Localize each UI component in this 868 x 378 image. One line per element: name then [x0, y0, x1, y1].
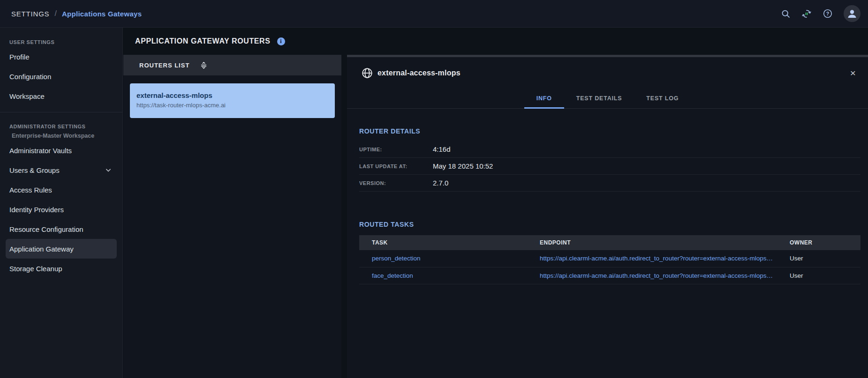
user-settings-section-label: USER SETTINGS [0, 37, 122, 47]
router-list-item-selected[interactable]: external-access-mlops https://task-route… [130, 83, 335, 118]
breadcrumb-separator: / [54, 9, 56, 18]
sidebar-item-identity-providers[interactable]: Identity Providers [0, 200, 122, 219]
close-icon[interactable]: × [850, 68, 856, 78]
last-update-value: May 18 2025 10:52 [433, 162, 493, 170]
admin-workspace-label: Enterprise-Master Workspace [0, 131, 122, 141]
detail-row-uptime: UPTIME: 4:16d [359, 141, 860, 158]
last-update-label: LAST UPDATE AT: [359, 163, 433, 169]
detail-tabs: INFO TEST DETAILS TEST LOG [347, 89, 868, 109]
filter-icon[interactable] [200, 61, 208, 69]
column-task: TASK [359, 235, 540, 250]
endpoint-link[interactable]: https://api.clearml-acme.ai/auth.redirec… [540, 272, 773, 279]
owner-cell: User [790, 255, 803, 262]
routed-task-row: face_detection https://api.clearml-acme.… [359, 267, 860, 284]
column-endpoint: ENDPOINT [540, 235, 790, 250]
sidebar-item-resource-configuration[interactable]: Resource Configuration [0, 219, 122, 239]
routed-task-row: person_detection https://api.clearml-acm… [359, 250, 860, 267]
main-header: APPLICATION GATEWAY ROUTERS i [123, 28, 868, 55]
sidebar-item-administrator-vaults[interactable]: Administrator Vaults [0, 141, 122, 160]
router-detail-panel: external-access-mlops × INFO TEST DETAIL… [347, 55, 868, 378]
tab-test-details[interactable]: TEST DETAILS [564, 89, 634, 108]
sidebar-item-storage-cleanup[interactable]: Storage Cleanup [0, 259, 122, 278]
help-icon[interactable]: ? [823, 8, 833, 19]
task-link[interactable]: face_detection [372, 272, 413, 279]
sidebar-item-label: Users & Groups [9, 166, 60, 174]
svg-text:?: ? [826, 11, 829, 16]
search-icon[interactable] [780, 8, 791, 19]
version-label: VERSION: [359, 180, 433, 186]
user-avatar[interactable] [844, 5, 860, 22]
table-header-row: TASK ENDPOINT OWNER [359, 235, 860, 250]
sidebar-item-workspace[interactable]: Workspace [0, 86, 122, 106]
task-link[interactable]: person_detection [372, 255, 421, 262]
sidebar-item-users-groups[interactable]: Users & Groups [0, 160, 122, 180]
breadcrumb-current: Applications Gateways [62, 10, 142, 18]
settings-sidebar: USER SETTINGS Profile Configuration Work… [0, 28, 123, 378]
routers-list-title: ROUTERS LIST [139, 62, 189, 69]
chevron-down-icon [104, 165, 113, 175]
endpoint-link[interactable]: https://api.clearml-acme.ai/auth.redirec… [540, 255, 773, 262]
uptime-value: 4:16d [433, 145, 451, 153]
sidebar-divider [0, 112, 122, 112]
routers-list-header: ROUTERS LIST [123, 55, 341, 75]
top-bar: SETTINGS / Applications Gateways ? [0, 0, 868, 28]
routers-list-panel: ROUTERS LIST external-access-mlops https… [123, 55, 341, 378]
router-details-heading: ROUTER DETAILS [359, 127, 860, 135]
uptime-label: UPTIME: [359, 147, 433, 152]
admin-settings-section-label: ADMINISTRATOR SETTINGS [0, 122, 122, 131]
tab-test-log[interactable]: TEST LOG [634, 89, 691, 108]
detail-row-last-update: LAST UPDATE AT: May 18 2025 10:52 [359, 158, 860, 175]
detail-title: external-access-mlops [377, 69, 460, 77]
router-name: external-access-mlops [136, 91, 335, 100]
version-value: 2.7.0 [433, 179, 448, 187]
sidebar-item-configuration[interactable]: Configuration [0, 67, 122, 86]
routed-tasks-table: TASK ENDPOINT OWNER person_detection htt… [359, 235, 860, 284]
detail-content: ROUTER DETAILS UPTIME: 4:16d LAST UPDATE… [347, 127, 868, 284]
router-url: https://task-router-mlops-acme.ai [136, 102, 335, 109]
sidebar-item-application-gateway[interactable]: Application Gateway [6, 239, 117, 259]
sidebar-item-profile[interactable]: Profile [0, 47, 122, 67]
sidebar-item-access-rules[interactable]: Access Rules [0, 180, 122, 200]
page-title: APPLICATION GATEWAY ROUTERS [135, 37, 271, 45]
owner-cell: User [790, 272, 803, 279]
column-owner: OWNER [790, 235, 860, 250]
detail-row-version: VERSION: 2.7.0 [359, 175, 860, 192]
detail-header: external-access-mlops × [347, 57, 868, 89]
info-icon[interactable]: i [277, 37, 285, 45]
breadcrumb-settings[interactable]: SETTINGS [11, 10, 49, 18]
routed-tasks-heading: ROUTED TASKS [359, 221, 860, 229]
globe-icon [361, 67, 373, 79]
tab-info[interactable]: INFO [524, 89, 564, 108]
topbar-actions: ? [780, 5, 860, 22]
sync-status-icon[interactable] [801, 8, 812, 19]
